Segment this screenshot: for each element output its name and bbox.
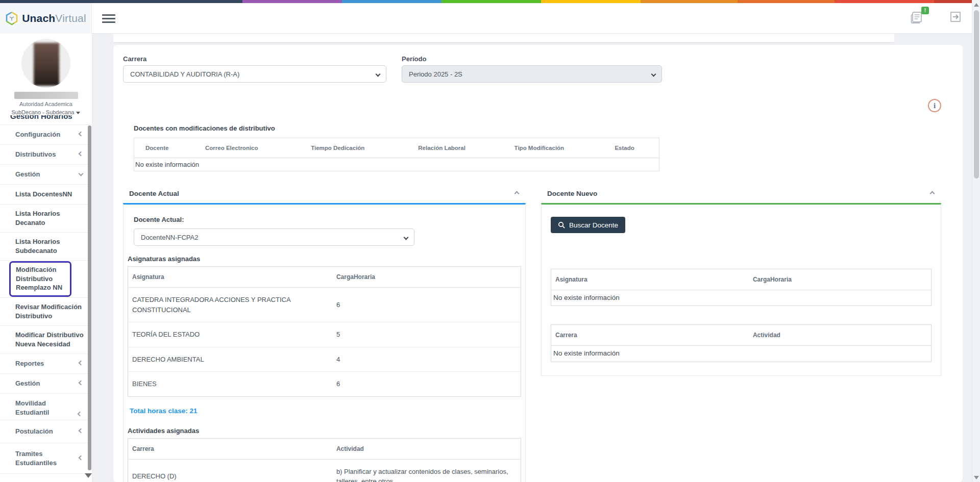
sidebar-item-tramites-estudiantiles[interactable]: Tramites Estudiantiles	[0, 443, 92, 474]
chevron-down-icon	[651, 72, 656, 77]
empty-row: No existe información	[551, 346, 932, 362]
chevron-left-icon	[79, 428, 84, 434]
chevron-down-icon	[79, 171, 84, 176]
asignaturas-title: Asignaturas asignadas	[128, 255, 521, 263]
brand-text: UnachVirtual	[22, 12, 86, 24]
table-row: DERECHO (D) b) Planificar y actualizar c…	[128, 459, 521, 482]
chevron-left-icon	[79, 380, 84, 386]
sidebar-item-configuracion[interactable]: Configuración	[0, 125, 92, 145]
docente-nuevo-asignaturas-table: Asignatura CargaHoraria No existe inform…	[551, 269, 932, 306]
docente-actual-panel-header[interactable]: Docente Actual	[123, 184, 526, 203]
sidebar-menu: Configuración Distributivos Gestión List…	[0, 124, 92, 474]
sidebar-section-header: Gestión Horarios	[0, 115, 92, 123]
chevron-left-icon	[79, 361, 84, 366]
collapse-chevron-up-icon[interactable]	[930, 191, 935, 196]
sidebar-item-lista-horarios-decanato[interactable]: Lista Horarios Decanato	[0, 205, 92, 233]
table-row: BIENES 6	[128, 372, 521, 397]
docente-nuevo-panel-header[interactable]: Docente Nuevo	[541, 184, 941, 203]
docente-nuevo-card: Buscar Docente Asignatura CargaHoraria N…	[541, 203, 941, 376]
sidebar-item-lista-docentesnn[interactable]: Lista DocentesNN	[0, 185, 92, 205]
main-card: Carrera CONTABILIDAD Y AUDITORIA (R-A) P…	[113, 45, 963, 482]
user-avatar[interactable]	[21, 39, 70, 88]
sidebar-item-revisar-modificacion-distributivo[interactable]: Revisar Modificación Distributivo	[0, 298, 92, 326]
periodo-select[interactable]: Periodo 2025 - 2S	[402, 65, 662, 83]
sidebar-item-postulacion[interactable]: Postulación	[0, 420, 92, 443]
carrera-label: Carrera	[123, 55, 146, 63]
docente-nuevo-panel: Docente Nuevo Buscar Docente Asignatura …	[541, 184, 941, 376]
table-header-row: Asignatura CargaHoraria	[551, 269, 932, 290]
table-header-row: Carrera Actividad	[128, 438, 521, 459]
sidebar-item-modificacion-distributivo-reemplazo-nn[interactable]: Modificación Distributivo Reemplazo NN	[0, 261, 92, 298]
panel-title: Docente Nuevo	[547, 190, 597, 197]
sidebar-item-movilidad-estudiantil[interactable]: Movilidad Estudiantil	[0, 394, 92, 420]
sidebar-item-gestion-2[interactable]: Gestión	[0, 374, 92, 394]
sidebar-item-modificar-distributivo-nueva-necesidad[interactable]: Modificar Distributivo Nueva Necesidad	[0, 326, 92, 354]
info-icon[interactable]: i	[928, 99, 941, 112]
docente-actual-select[interactable]: DocenteNN-FCPA2	[134, 229, 414, 246]
chevron-down-icon	[404, 235, 409, 240]
logout-icon	[948, 10, 963, 24]
chevron-down-icon	[376, 72, 381, 77]
sidebar-item-lista-horarios-subdecanato[interactable]: Lista Horarios Subdecanato	[0, 233, 92, 261]
active-item-highlight: Modificación Distributivo Reemplazo NN	[9, 261, 71, 297]
sidebar-scroll-down-icon[interactable]	[85, 473, 92, 478]
page-scrollbar[interactable]	[972, 0, 980, 482]
total-horas-clase: Total horas clase: 21	[130, 407, 521, 415]
table-header-row: Carrera Actividad	[551, 325, 932, 346]
asignaturas-table: Asignatura CargaHoraria CATEDRA INTEGRAD…	[128, 266, 521, 397]
table-header-row: Asignatura CargaHoraria	[128, 267, 521, 288]
user-name-redacted	[14, 92, 78, 99]
reports-notification-button[interactable]: !	[910, 9, 927, 27]
empty-row: No existe información	[134, 158, 659, 171]
table-row: TEORÍA DEL ESTADO 5	[128, 322, 521, 347]
scrolled-card-edge	[113, 34, 894, 43]
page-scrollbar-thumb[interactable]	[974, 10, 979, 179]
sidebar-item-reportes[interactable]: Reportes	[0, 354, 92, 374]
sidebar-item-gestion[interactable]: Gestión	[0, 165, 92, 185]
modifications-title: Docentes con modificaciones de distribut…	[134, 124, 275, 132]
caret-down-icon	[76, 112, 80, 114]
app-header: UnachVirtual !	[0, 3, 980, 34]
sidebar-toggle-icon[interactable]	[102, 13, 115, 24]
sidebar: Autoridad Academica SubDecano - Subdecan…	[0, 34, 92, 482]
scroll-down-icon[interactable]	[974, 476, 979, 479]
table-row: DERECHO AMBIENTAL 4	[128, 347, 521, 372]
empty-row: No existe información	[551, 290, 932, 306]
chevron-left-icon	[79, 151, 84, 157]
unach-hexagon-icon	[5, 11, 18, 26]
buscar-docente-button[interactable]: Buscar Docente	[551, 217, 625, 233]
chevron-left-icon	[79, 455, 84, 460]
search-icon	[558, 221, 565, 229]
logout-button[interactable]	[948, 10, 963, 26]
docente-actual-card: Docente Actual: DocenteNN-FCPA2 Asignatu…	[123, 203, 526, 482]
actividades-table: Carrera Actividad DERECHO (D) b) Planifi…	[128, 438, 521, 482]
user-role-dropdown[interactable]: SubDecano - Subdecana	[0, 109, 92, 115]
notification-badge: !	[921, 7, 929, 14]
chevron-left-icon	[79, 132, 84, 137]
docente-actual-panel: Docente Actual Docente Actual: DocenteNN…	[123, 184, 526, 482]
table-header-row: Docente Correo Electronico Tiempo Dedica…	[134, 138, 659, 158]
actividades-title: Actividades asignadas	[128, 427, 521, 435]
carrera-select[interactable]: CONTABILIDAD Y AUDITORIA (R-A)	[123, 65, 386, 83]
collapse-chevron-up-icon[interactable]	[514, 191, 520, 196]
docente-nuevo-actividades-table: Carrera Actividad No existe información	[551, 324, 932, 362]
panel-title: Docente Actual	[129, 190, 179, 197]
sidebar-item-distributivos[interactable]: Distributivos	[0, 145, 92, 165]
app-logo[interactable]: UnachVirtual	[0, 3, 92, 34]
sidebar-scrollbar-thumb[interactable]	[88, 125, 91, 470]
user-org: Autoridad Academica	[0, 101, 92, 107]
docente-actual-select-label: Docente Actual:	[134, 216, 521, 223]
table-row: CATEDRA INTEGRADORA ACCIONES Y PRACTICA …	[128, 288, 521, 322]
scroll-up-icon[interactable]	[974, 3, 979, 7]
periodo-label: Período	[402, 55, 426, 63]
modifications-table: Docente Correo Electronico Tiempo Dedica…	[134, 138, 659, 171]
top-color-strip	[0, 0, 980, 3]
